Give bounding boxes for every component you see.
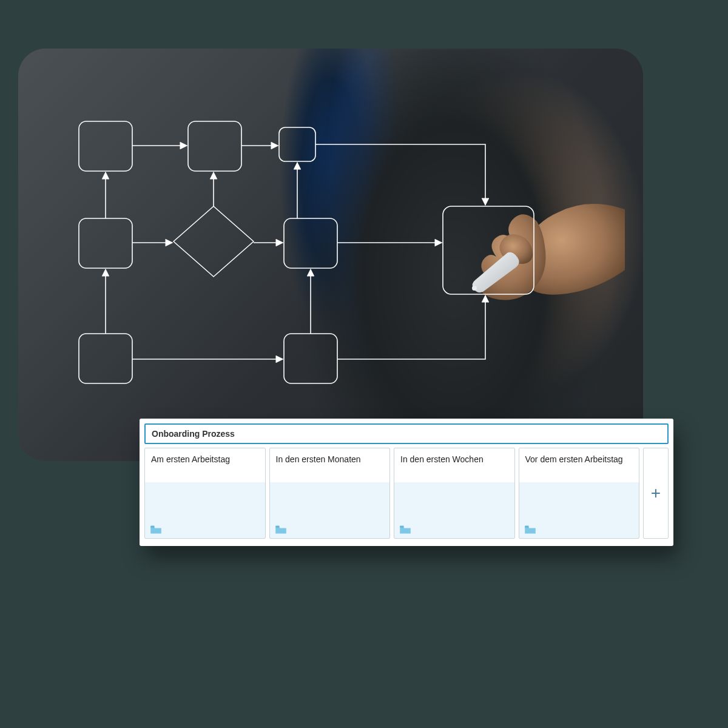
plus-icon: + — [651, 484, 661, 503]
svg-rect-22 — [400, 526, 403, 528]
flowchart-diagram — [18, 49, 643, 461]
stage-card[interactable]: In den ersten Monaten — [269, 448, 391, 539]
add-card-button[interactable]: + — [643, 448, 669, 539]
svg-rect-7 — [79, 334, 132, 383]
svg-rect-3 — [279, 127, 315, 161]
svg-rect-21 — [275, 526, 279, 528]
svg-rect-8 — [284, 334, 337, 383]
onboarding-panel: Onboarding Prozess Am ersten Arbeitstag … — [140, 419, 673, 546]
stage-label: Vor dem ersten Arbeitstag — [519, 448, 639, 482]
panel-title: Onboarding Prozess — [152, 429, 235, 439]
folder-icon — [150, 525, 162, 534]
svg-rect-23 — [525, 526, 528, 528]
svg-rect-2 — [188, 121, 241, 171]
stage-card[interactable]: Vor dem ersten Arbeitstag — [519, 448, 640, 539]
svg-rect-5 — [284, 218, 337, 268]
stage-label: In den ersten Wochen — [394, 448, 514, 482]
stage-label: In den ersten Monaten — [270, 448, 390, 482]
stage-label: Am ersten Arbeitstag — [145, 448, 265, 482]
svg-rect-1 — [79, 121, 132, 171]
stage-card[interactable]: In den ersten Wochen — [394, 448, 515, 539]
folder-icon — [275, 525, 287, 534]
svg-rect-6 — [443, 206, 534, 294]
cards-row: Am ersten Arbeitstag In den ersten Monat… — [144, 448, 669, 539]
hero-image — [18, 49, 643, 461]
svg-rect-4 — [79, 218, 132, 268]
stage-card[interactable]: Am ersten Arbeitstag — [144, 448, 266, 539]
folder-icon — [399, 525, 411, 534]
panel-title-input[interactable]: Onboarding Prozess — [144, 423, 669, 444]
folder-icon — [524, 525, 536, 534]
svg-rect-20 — [150, 526, 154, 528]
